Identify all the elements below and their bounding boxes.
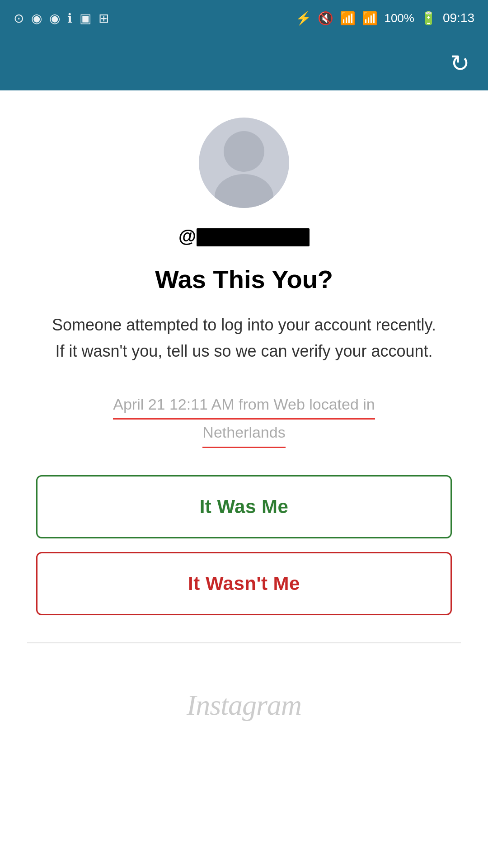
username: @	[178, 226, 310, 246]
info-icon: ℹ	[67, 11, 72, 26]
avatar-svg	[199, 118, 289, 208]
svg-point-0	[224, 131, 264, 172]
it-wasnt-me-button[interactable]: It Wasn't Me	[36, 552, 452, 615]
instagram-logo: Instagram	[187, 689, 301, 722]
grid-icon: ⊞	[99, 11, 109, 26]
login-info: April 21 12:11 AM from Web located in Ne…	[113, 392, 375, 448]
lock-icon: ⊙	[14, 11, 24, 26]
status-bar: ⊙ ◉ ◉ ℹ ▣ ⊞ ⚡ 🔇 📶 📶 100% 🔋 09:13	[0, 0, 488, 36]
wifi-icon: 📶	[340, 11, 356, 26]
divider	[27, 642, 461, 643]
sync-icon: ◉	[31, 11, 42, 26]
battery-percent: 100%	[384, 11, 414, 25]
mute-icon: 🔇	[318, 11, 333, 26]
refresh-icon[interactable]: ↻	[450, 50, 470, 77]
at-symbol: @	[178, 226, 197, 246]
it-was-me-button[interactable]: It Was Me	[36, 475, 452, 538]
login-location: Netherlands	[202, 420, 285, 448]
circle-icon: ◉	[49, 11, 60, 26]
status-right: ⚡ 🔇 📶 📶 100% 🔋 09:13	[296, 11, 474, 26]
bluetooth-icon: ⚡	[296, 11, 311, 26]
avatar	[199, 118, 289, 208]
header-bar: ↻	[0, 36, 488, 90]
status-icons-left: ⊙ ◉ ◉ ℹ ▣ ⊞	[14, 11, 109, 26]
main-content: @ Was This You? Someone attempted to log…	[0, 90, 488, 661]
username-redacted	[197, 228, 310, 246]
login-info-line2: Netherlands	[113, 420, 375, 448]
image-icon: ▣	[80, 11, 91, 26]
signal-icon: 📶	[362, 11, 378, 26]
svg-point-1	[215, 174, 273, 208]
footer: Instagram	[0, 661, 488, 749]
time-display: 09:13	[443, 11, 474, 25]
battery-icon: 🔋	[421, 11, 436, 26]
description: Someone attempted to log into your accou…	[50, 312, 438, 364]
login-info-line1: April 21 12:11 AM from Web located in	[113, 392, 375, 420]
page-title: Was This You?	[155, 264, 333, 294]
